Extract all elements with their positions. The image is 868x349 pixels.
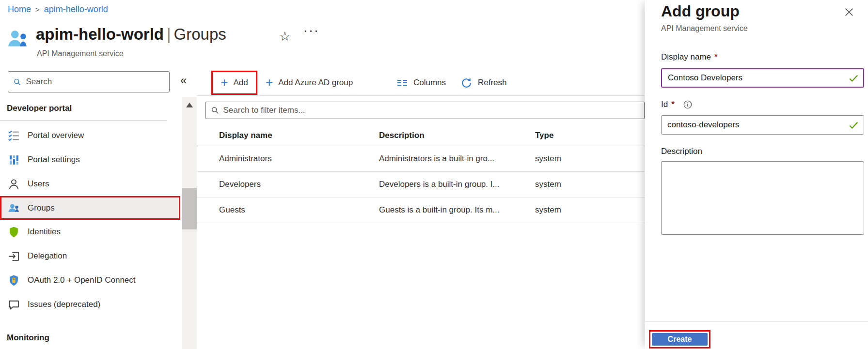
sidebar-divider	[0, 120, 167, 121]
description-label: Description	[661, 147, 702, 156]
columns-icon	[396, 77, 408, 89]
columns-button[interactable]: Columns	[396, 71, 446, 95]
checklist-icon	[8, 130, 20, 142]
refresh-button[interactable]: Refresh	[460, 71, 507, 95]
sidebar-nav: Portal overview Portal settings Users Gr…	[0, 123, 180, 317]
sliders-icon	[8, 154, 20, 166]
sidebar-item-label: Portal settings	[28, 155, 80, 165]
cell-type: system	[535, 180, 561, 189]
plus-icon: +	[266, 76, 273, 89]
valid-check-icon	[848, 120, 859, 131]
sidebar-item-label: Delegation	[28, 251, 67, 261]
column-header-display-name[interactable]: Display name	[219, 131, 272, 140]
filter-search-input[interactable]	[223, 106, 639, 115]
more-options-icon[interactable]: ···	[303, 23, 319, 38]
breadcrumb-home-link[interactable]: Home	[8, 4, 31, 15]
display-name-label: Display name *	[661, 52, 718, 62]
sidebar-item-identities[interactable]: Identities	[0, 220, 180, 244]
id-input[interactable]	[661, 115, 864, 135]
sidebar-item-issues[interactable]: Issues (deprecated)	[0, 292, 180, 317]
cell-type: system	[535, 205, 561, 215]
cell-description: Developers is a built-in group. I...	[379, 180, 500, 189]
label-text: Description	[661, 147, 702, 156]
sidebar-item-label: Identities	[28, 227, 61, 237]
breadcrumb: Home > apim-hello-world	[8, 4, 108, 15]
panel-footer-divider	[645, 321, 868, 322]
sidebar-item-delegation[interactable]: Delegation	[0, 244, 180, 268]
sidebar-item-portal-settings[interactable]: Portal settings	[0, 148, 180, 172]
valid-check-icon	[848, 73, 859, 84]
panel-subtitle: API Management service	[661, 24, 748, 33]
page-subtitle: API Management service	[37, 49, 124, 58]
sidebar-item-label: Groups	[28, 203, 55, 213]
page-title-resource: apim-hello-world	[36, 25, 164, 43]
favorite-star-icon[interactable]: ☆	[279, 29, 290, 44]
comment-icon	[8, 299, 20, 311]
page-title: apim-hello-world|Groups	[36, 25, 226, 44]
close-icon[interactable]	[844, 7, 854, 17]
label-text: Id	[661, 100, 668, 109]
user-icon	[8, 178, 20, 190]
create-button[interactable]: Create	[652, 333, 708, 346]
cell-description: Administrators is a built-in gro...	[379, 154, 494, 164]
add-group-panel: Add group API Management service Display…	[645, 0, 868, 349]
cell-description: Guests is a built-in group. Its m...	[379, 205, 499, 215]
info-icon[interactable]	[683, 100, 693, 109]
sidebar-item-groups[interactable]: Groups	[0, 196, 180, 220]
shield-icon	[8, 226, 20, 238]
sidebar-item-label: Issues (deprecated)	[28, 300, 100, 309]
delegation-arrow-icon	[8, 250, 20, 262]
refresh-label: Refresh	[478, 78, 507, 88]
column-header-type[interactable]: Type	[535, 131, 553, 140]
cell-display-name: Guests	[219, 205, 245, 215]
id-label: Id *	[661, 100, 693, 109]
groups-icon	[8, 202, 20, 214]
sidebar-search-input[interactable]	[26, 77, 164, 87]
required-asterisk: *	[714, 52, 718, 62]
sidebar-item-portal-overview[interactable]: Portal overview	[0, 123, 180, 148]
toolbar-divider	[197, 95, 645, 96]
table-row-administrators[interactable]: Administrators Administrators is a built…	[197, 146, 645, 172]
sidebar-item-label: OAuth 2.0 + OpenID Connect	[28, 275, 136, 285]
add-button[interactable]: + Add	[221, 71, 248, 95]
cell-display-name: Developers	[219, 180, 261, 189]
add-button-label: Add	[233, 78, 248, 88]
sidebar-scrollbar[interactable]	[182, 97, 197, 349]
sidebar-search[interactable]	[8, 71, 170, 92]
description-textarea[interactable]	[661, 161, 864, 235]
required-asterisk: *	[671, 100, 675, 109]
table-header-row: Display name Description Type	[197, 125, 645, 146]
scrollbar-thumb[interactable]	[182, 188, 197, 229]
sidebar-item-label: Portal overview	[28, 131, 84, 140]
table-body: Administrators Administrators is a built…	[197, 146, 645, 223]
refresh-icon	[460, 77, 473, 89]
column-header-description[interactable]: Description	[379, 131, 425, 140]
panel-title: Add group	[661, 2, 740, 20]
groups-table: Display name Description Type Administra…	[197, 125, 645, 223]
breadcrumb-current-link[interactable]: apim-hello-world	[44, 4, 108, 15]
search-icon	[13, 77, 21, 87]
collapse-menu-icon[interactable]: «	[180, 75, 187, 86]
sidebar-item-label: Users	[28, 179, 49, 189]
add-azure-ad-group-label: Add Azure AD group	[278, 78, 353, 88]
annotation-box-create: Create	[649, 330, 710, 349]
oauth-shield-lock-icon	[8, 274, 20, 287]
page-title-blade: Groups	[174, 25, 226, 43]
label-text: Display name	[661, 52, 711, 62]
table-row-developers[interactable]: Developers Developers is a built-in grou…	[197, 172, 645, 197]
sidebar-item-users[interactable]: Users	[0, 172, 180, 196]
sidebar-section-developer-portal: Developer portal	[7, 104, 72, 113]
sidebar-item-oauth[interactable]: OAuth 2.0 + OpenID Connect	[0, 268, 180, 292]
table-row-guests[interactable]: Guests Guests is a built-in group. Its m…	[197, 197, 645, 223]
scrollbar-up-icon[interactable]	[186, 103, 193, 107]
display-name-input[interactable]	[661, 68, 864, 88]
groups-page-icon	[7, 28, 30, 50]
search-icon	[211, 106, 219, 115]
filter-search[interactable]	[205, 102, 645, 119]
cell-display-name: Administrators	[219, 154, 272, 164]
add-azure-ad-group-button[interactable]: + Add Azure AD group	[266, 71, 353, 95]
annotation-box-add: + Add	[211, 71, 257, 95]
columns-label: Columns	[413, 78, 446, 88]
breadcrumb-separator-icon: >	[35, 5, 40, 14]
sidebar-section-monitoring: Monitoring	[7, 333, 49, 343]
